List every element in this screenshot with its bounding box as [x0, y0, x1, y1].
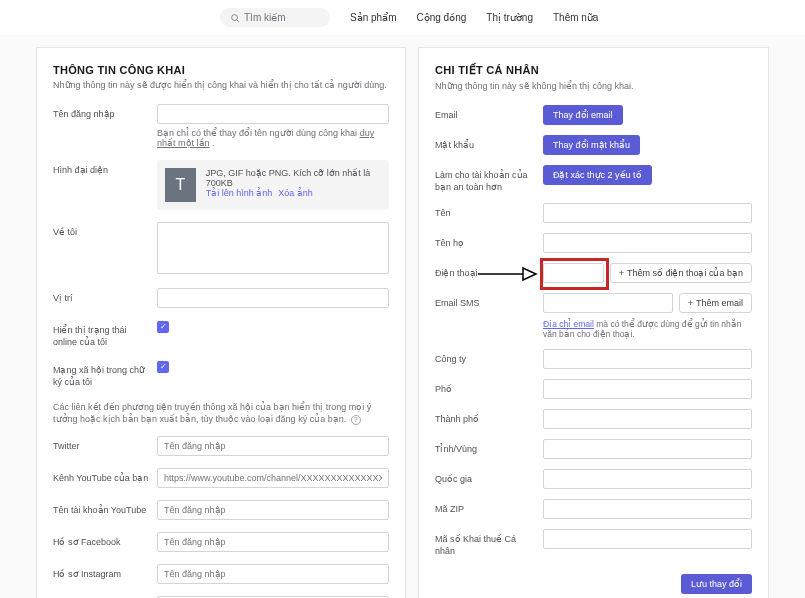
save-button[interactable]: Lưu thay đổi: [681, 574, 752, 594]
two-factor-button[interactable]: Đặt xác thực 2 yếu tố: [543, 165, 652, 185]
public-info-panel: THÔNG TIN CÔNG KHAI Những thông tin này …: [36, 47, 406, 598]
city-label: Thành phố: [435, 409, 535, 425]
sms-email-label: Email SMS: [435, 293, 535, 309]
sms-hint: Địa chỉ email mà có thể được dùng để gửi…: [543, 319, 752, 339]
plus-icon: +: [688, 298, 693, 308]
nav-more[interactable]: Thêm nữa: [553, 12, 598, 23]
zip-label: Mã ZIP: [435, 499, 535, 515]
show-online-checkbox[interactable]: ✓: [157, 321, 169, 333]
username-label: Tên đăng nhập: [53, 104, 149, 120]
search-icon: [230, 13, 240, 23]
sms-hint-link[interactable]: Địa chỉ email: [543, 319, 594, 329]
password-label: Mật khẩu: [435, 135, 535, 151]
youtube-user-input[interactable]: [157, 500, 389, 520]
location-label: Vị trí: [53, 288, 149, 304]
phone-label: Điện thoại: [435, 263, 535, 279]
show-online-label: Hiển thị trạng thái online của tôi: [53, 320, 149, 348]
change-password-button[interactable]: Thay đổi mật khẩu: [543, 135, 640, 155]
email-label: Email: [435, 105, 535, 121]
company-input[interactable]: [543, 349, 752, 369]
avatar-remove-link[interactable]: Xóa ảnh: [278, 188, 313, 198]
lastname-input[interactable]: [543, 233, 752, 253]
search-placeholder: Tìm kiếm: [244, 12, 286, 23]
info-icon[interactable]: ?: [351, 415, 361, 425]
state-input[interactable]: [543, 439, 752, 459]
city-input[interactable]: [543, 409, 752, 429]
sms-email-input[interactable]: [543, 293, 673, 313]
username-hint: Bạn chỉ có thể thay đổi tên người dùng c…: [157, 128, 389, 148]
secure-account-label: Làm cho tài khoản của bạn an toàn hơn: [435, 165, 535, 193]
search-box[interactable]: Tìm kiếm: [220, 8, 330, 27]
private-details-title: CHI TIẾT CÁ NHÂN: [435, 64, 752, 77]
public-info-subtitle: Những thông tin này sẽ được hiển thị côn…: [53, 80, 389, 90]
facebook-label: Hồ sơ Facebook: [53, 532, 149, 548]
avatar-upload-link[interactable]: Tải lên hình ảnh: [206, 188, 273, 198]
nav-products[interactable]: Sản phẩm: [350, 12, 396, 23]
country-label: Quốc gia: [435, 469, 535, 485]
street-label: Phố: [435, 379, 535, 395]
twitter-label: Twitter: [53, 436, 149, 452]
about-label: Về tôi: [53, 222, 149, 238]
social-signature-checkbox[interactable]: ✓: [157, 361, 169, 373]
location-input[interactable]: [157, 288, 389, 308]
svg-line-1: [237, 19, 239, 21]
instagram-label: Hồ sơ Instagram: [53, 564, 149, 580]
instagram-input[interactable]: [157, 564, 389, 584]
about-textarea[interactable]: [157, 222, 389, 274]
username-input[interactable]: [157, 104, 389, 124]
zip-input[interactable]: [543, 499, 752, 519]
nav-community[interactable]: Cộng đồng: [416, 12, 466, 23]
svg-point-0: [232, 14, 238, 20]
social-signature-label: Mạng xã hội trong chữ ký của tôi: [53, 360, 149, 388]
plus-icon: +: [619, 268, 624, 278]
add-phone-button[interactable]: +Thêm số điện thoại của bạn: [610, 263, 752, 283]
youtube-user-label: Tên tài khoản YouTube: [53, 500, 149, 516]
country-input[interactable]: [543, 469, 752, 489]
add-sms-email-button[interactable]: +Thêm email: [679, 293, 752, 313]
facebook-input[interactable]: [157, 532, 389, 552]
youtube-channel-label: Kênh YouTube của bạn: [53, 468, 149, 484]
firstname-input[interactable]: [543, 203, 752, 223]
tax-id-label: Mã số Khai thuế Cá nhân: [435, 529, 535, 557]
nav-market[interactable]: Thị trường: [486, 12, 533, 23]
company-label: Công ty: [435, 349, 535, 365]
private-details-panel: CHI TIẾT CÁ NHÂN Những thông tin này sẽ …: [418, 47, 769, 598]
avatar: T: [165, 168, 196, 202]
avatar-label: Hình đại diện: [53, 160, 149, 176]
youtube-channel-input[interactable]: [157, 468, 389, 488]
phone-input[interactable]: [543, 263, 604, 283]
state-label: Tỉnh/Vùng: [435, 439, 535, 455]
firstname-label: Tên: [435, 203, 535, 219]
lastname-label: Tên họ: [435, 233, 535, 249]
street-input[interactable]: [543, 379, 752, 399]
public-info-title: THÔNG TIN CÔNG KHAI: [53, 64, 389, 76]
tax-id-input[interactable]: [543, 529, 752, 549]
links-note: Các liên kết đến phương tiện truyền thôn…: [53, 401, 389, 426]
avatar-desc: JPG, GIF hoặc PNG. Kích cỡ lớn nhất là 7…: [206, 168, 381, 188]
change-email-button[interactable]: Thay đổi email: [543, 105, 623, 125]
private-details-subtitle: Những thông tin này sẽ không hiển thị cô…: [435, 81, 752, 91]
twitter-input[interactable]: [157, 436, 389, 456]
